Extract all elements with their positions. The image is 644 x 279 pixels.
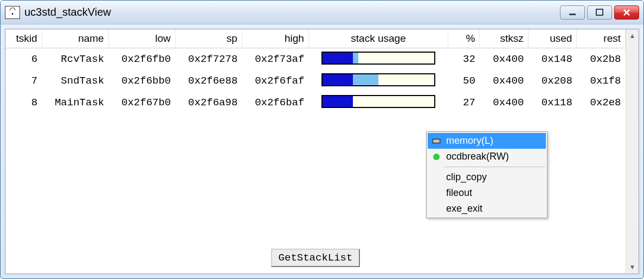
menu-separator (444, 167, 545, 167)
cell-usage (308, 92, 448, 113)
cell-low: 0x2f6bb0 (108, 70, 175, 92)
get-stack-list-button[interactable]: GetStackList (271, 249, 360, 267)
col-used[interactable]: used (528, 29, 577, 48)
button-area: GetStackList (5, 244, 626, 274)
minimize-icon (568, 8, 577, 17)
col-high[interactable]: high (242, 29, 308, 48)
cell-name: MainTask (42, 92, 108, 113)
cell-pct: 27 (448, 92, 480, 113)
close-icon (622, 8, 631, 17)
cell-used: 0x148 (528, 48, 577, 71)
stack-usage-bar (321, 95, 435, 108)
cell-high: 0x2f6faf (242, 70, 308, 92)
stack-table: tskid name low sp high stack usage % stk… (5, 29, 626, 113)
table-row[interactable]: 6RcvTask0x2f6fb00x2f72780x2f73af320x4000… (5, 48, 626, 71)
menu-item-label: exe_exit (446, 203, 482, 214)
cell-tskid: 8 (5, 92, 42, 113)
svg-point-4 (433, 154, 440, 160)
col-sp[interactable]: sp (175, 29, 242, 48)
cell-high: 0x2f73af (242, 48, 308, 71)
col-rest[interactable]: rest (577, 29, 626, 48)
table-header-row: tskid name low sp high stack usage % stk… (5, 29, 626, 48)
cell-name: SndTask (42, 70, 108, 92)
context-menu: memory(L)ocdbreak(RW) clip_copyfileoutex… (426, 131, 548, 218)
maximize-icon (595, 8, 604, 17)
chip-icon (431, 136, 442, 146)
cell-usage (308, 48, 448, 71)
cell-sp: 0x2f6e88 (175, 70, 242, 92)
col-low[interactable]: low (108, 29, 175, 48)
scroll-up-icon[interactable]: ▲ (626, 29, 639, 42)
titlebar[interactable]: uc3std_stackView (1, 1, 643, 24)
cell-tskid: 6 (5, 48, 42, 71)
cell-sp: 0x2f6a98 (175, 92, 242, 113)
col-usage[interactable]: stack usage (308, 29, 448, 48)
col-pct[interactable]: % (448, 29, 480, 48)
cell-stksz: 0x400 (480, 92, 529, 113)
menu-item-label: ocdbreak(RW) (446, 151, 509, 162)
cell-rest: 0x2e8 (577, 92, 626, 113)
greendot-icon (431, 152, 442, 162)
cell-used: 0x118 (528, 92, 577, 113)
cell-usage (308, 70, 448, 92)
window-controls (560, 5, 639, 20)
cell-pct: 32 (448, 48, 480, 71)
content-area: tskid name low sp high stack usage % stk… (5, 29, 639, 274)
menu-item-ocdbreakrw[interactable]: ocdbreak(RW) (428, 149, 546, 164)
cell-low: 0x2f6fb0 (108, 48, 175, 71)
vertical-scrollbar[interactable]: ▲ ▼ (626, 29, 639, 274)
menu-item-label: memory(L) (446, 135, 493, 147)
cell-used: 0x208 (528, 70, 577, 92)
svg-rect-0 (569, 14, 576, 15)
stack-usage-bar (321, 52, 435, 65)
cell-rest: 0x1f8 (577, 70, 626, 92)
svg-rect-3 (434, 140, 439, 142)
menu-item-memoryl[interactable]: memory(L) (428, 133, 546, 149)
table-row[interactable]: 8MainTask0x2f67b00x2f6a980x2f6baf270x400… (5, 92, 626, 113)
close-button[interactable] (614, 5, 639, 20)
stack-usage-bar (321, 73, 435, 86)
svg-rect-1 (596, 9, 603, 15)
cell-name: RcvTask (42, 48, 108, 71)
cell-stksz: 0x400 (480, 48, 529, 71)
menu-item-exeexit[interactable]: exe_exit (428, 201, 546, 217)
app-icon (5, 6, 20, 19)
cell-rest: 0x2b8 (577, 48, 626, 71)
app-window: uc3std_stackView tskid name (0, 0, 644, 279)
menu-item-fileout[interactable]: fileout (428, 185, 546, 201)
col-tskid[interactable]: tskid (5, 29, 42, 48)
cell-sp: 0x2f7278 (175, 48, 242, 71)
menu-item-label: clip_copy (446, 172, 487, 183)
window-title: uc3std_stackView (24, 6, 560, 18)
maximize-button[interactable] (587, 5, 612, 20)
menu-item-label: fileout (446, 187, 472, 199)
cell-stksz: 0x400 (480, 70, 529, 92)
scroll-down-icon[interactable]: ▼ (626, 261, 639, 274)
cell-high: 0x2f6baf (242, 92, 308, 113)
cell-pct: 50 (448, 70, 480, 92)
col-name[interactable]: name (42, 29, 108, 48)
menu-item-clipcopy[interactable]: clip_copy (428, 169, 546, 185)
col-stksz[interactable]: stksz (480, 29, 529, 48)
minimize-button[interactable] (560, 5, 585, 20)
table-row[interactable]: 7SndTask0x2f6bb00x2f6e880x2f6faf500x4000… (5, 70, 626, 92)
cell-low: 0x2f67b0 (108, 92, 175, 113)
cell-tskid: 7 (5, 70, 42, 92)
